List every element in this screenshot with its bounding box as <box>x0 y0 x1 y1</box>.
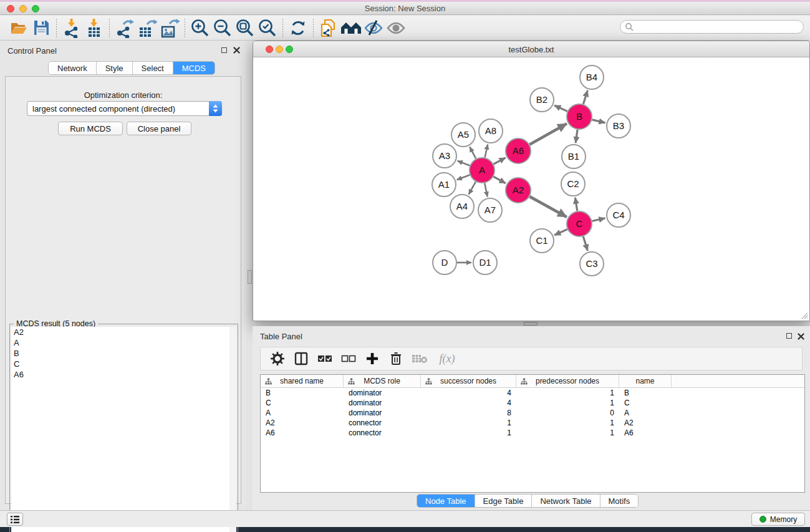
graph-node-A8[interactable]: A8 <box>479 119 503 143</box>
close-panel-button[interactable]: Close panel <box>127 122 191 135</box>
cybrowser-home-button[interactable] <box>340 17 362 39</box>
table-cell[interactable]: 1 <box>516 418 619 427</box>
table-cell[interactable]: dominator <box>344 409 421 417</box>
result-list-scrollbar[interactable] <box>229 327 236 532</box>
graph-edge-C-C2[interactable] <box>575 198 577 211</box>
mcds-result-item[interactable]: A <box>11 337 230 348</box>
graph-node-B1[interactable]: B1 <box>562 145 586 168</box>
graph-node-A4[interactable]: A4 <box>450 195 474 218</box>
table-cell[interactable]: 8 <box>421 409 516 417</box>
show-task-history-button[interactable] <box>7 513 23 526</box>
graph-edge-A-A6[interactable] <box>494 158 506 164</box>
new-network-from-selection-button[interactable] <box>317 17 340 39</box>
mcds-result-list[interactable]: A2ABCA6 <box>11 327 231 532</box>
graph-node-B4[interactable]: B4 <box>580 65 604 89</box>
float-panel-icon[interactable] <box>786 333 792 339</box>
zoom-fit-button[interactable] <box>234 17 256 39</box>
mcds-result-item[interactable]: B <box>11 348 230 359</box>
graph-edge-C-C4[interactable] <box>592 218 605 221</box>
graph-edge-A-A1[interactable] <box>457 175 470 180</box>
save-session-button[interactable] <box>30 17 52 39</box>
tab-mcds[interactable]: MCDS <box>173 62 215 74</box>
table-cell[interactable]: dominator <box>344 389 421 397</box>
table-row[interactable]: A2connector11A2 <box>261 418 804 428</box>
export-network-button[interactable] <box>113 17 136 39</box>
graph-edge-A-A5[interactable] <box>470 147 476 158</box>
tab-style[interactable]: Style <box>97 62 133 74</box>
network-canvas[interactable]: B4B2BB3A5A8A6B1A3AC2A1A2A4A7C4CC1C3DD1 <box>254 58 809 321</box>
splitter-handle-horizontal[interactable] <box>524 322 538 326</box>
graph-node-A7[interactable]: A7 <box>478 198 502 222</box>
graph-node-C[interactable]: C <box>567 211 592 236</box>
apply-layout-button[interactable] <box>287 17 309 39</box>
delete-columns-button[interactable] <box>385 349 407 369</box>
delete-table-button[interactable] <box>409 349 430 369</box>
create-column-button[interactable] <box>362 349 383 369</box>
float-panel-icon[interactable] <box>221 47 227 53</box>
graph-edge-B-B4[interactable] <box>583 90 587 104</box>
function-builder-button[interactable]: f(x) <box>433 349 461 369</box>
graph-edge-C-C3[interactable] <box>583 236 587 251</box>
graph-edge-A-A8[interactable] <box>485 144 488 157</box>
column-header-shared-name[interactable]: shared name <box>261 375 344 387</box>
table-cell[interactable]: 1 <box>421 428 516 437</box>
column-header-name[interactable]: name <box>619 375 672 387</box>
import-table-button[interactable] <box>83 17 105 39</box>
graph-node-C4[interactable]: C4 <box>607 203 630 227</box>
table-cell[interactable]: A2 <box>619 418 672 427</box>
graph-edge-A-A2[interactable] <box>493 177 505 183</box>
graph-node-C1[interactable]: C1 <box>530 229 554 253</box>
tab-motifs[interactable]: Motifs <box>600 495 639 507</box>
table-cell[interactable]: connector <box>344 418 421 427</box>
tab-network[interactable]: Network <box>49 62 97 74</box>
tab-network-table[interactable]: Network Table <box>532 495 600 507</box>
table-cell[interactable]: 1 <box>516 428 619 437</box>
table-cell[interactable]: A <box>261 409 344 417</box>
table-cell[interactable]: C <box>261 399 344 407</box>
splitter-handle-vertical[interactable] <box>248 270 252 284</box>
graph-edge-A-A4[interactable] <box>469 181 476 194</box>
table-cell[interactable]: A <box>619 409 672 417</box>
memory-button[interactable]: Memory <box>751 513 805 526</box>
graph-node-D[interactable]: D <box>433 251 456 274</box>
table-cell[interactable]: A2 <box>261 418 344 427</box>
tab-select[interactable]: Select <box>133 62 173 74</box>
zoom-selected-button[interactable] <box>256 17 279 39</box>
table-cell[interactable]: 0 <box>516 409 619 417</box>
run-mcds-button[interactable]: Run MCDS <box>58 122 123 135</box>
table-cell[interactable]: 4 <box>421 389 516 397</box>
graph-nodes[interactable]: B4B2BB3A5A8A6B1A3AC2A1A2A4A7C4CC1C3DD1 <box>432 65 630 276</box>
mcds-result-item[interactable]: A6 <box>11 369 230 380</box>
graph-edge-B-B3[interactable] <box>592 120 605 123</box>
search-input[interactable] <box>634 21 803 32</box>
graph-node-A[interactable]: A <box>470 158 494 183</box>
unselect-all-columns-button[interactable] <box>338 349 359 369</box>
table-cell[interactable]: C <box>619 399 672 407</box>
tab-edge-table[interactable]: Edge Table <box>475 495 533 507</box>
graph-node-A5[interactable]: A5 <box>451 123 475 147</box>
graph-node-B3[interactable]: B3 <box>607 114 630 138</box>
search-field[interactable] <box>620 20 804 34</box>
table-settings-button[interactable] <box>267 349 288 369</box>
graph-node-A1[interactable]: A1 <box>432 173 456 196</box>
open-session-button[interactable] <box>7 17 30 39</box>
close-panel-icon[interactable] <box>233 47 240 54</box>
column-header-predecessor-nodes[interactable]: predecessor nodes <box>516 375 619 387</box>
mcds-result-item[interactable]: A2 <box>11 327 230 337</box>
table-cell[interactable]: 1 <box>516 399 619 407</box>
graph-edge-B-B1[interactable] <box>576 130 577 143</box>
graph-node-B2[interactable]: B2 <box>530 88 554 112</box>
graph-node-A2[interactable]: A2 <box>506 178 531 203</box>
table-cell[interactable]: A6 <box>619 428 672 437</box>
graph-node-B[interactable]: B <box>567 104 592 129</box>
table-row[interactable]: Bdominator41B <box>261 388 804 398</box>
optimization-criterion-select[interactable]: largest connected component (directed) <box>27 101 222 116</box>
table-cell[interactable]: dominator <box>344 399 421 407</box>
graph-edge-A6-B[interactable] <box>529 123 567 144</box>
graph-edge-B-B2[interactable] <box>554 105 567 111</box>
show-graphics-details-button[interactable] <box>385 17 407 39</box>
table-cell[interactable]: 1 <box>421 418 516 427</box>
table-cell[interactable]: 4 <box>421 399 516 407</box>
hide-graphics-details-button[interactable] <box>362 17 385 39</box>
column-header-MCDS-role[interactable]: MCDS role <box>344 375 421 387</box>
